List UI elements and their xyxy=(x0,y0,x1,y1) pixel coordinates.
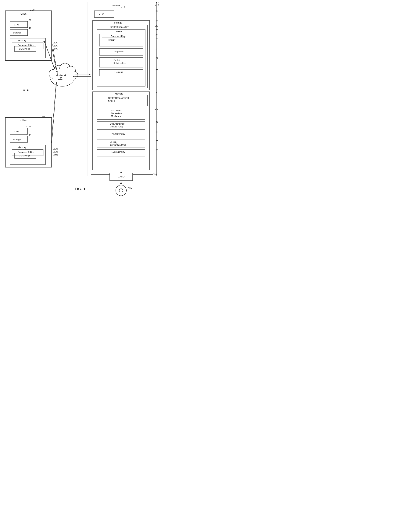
client-n-doc-editor: Document Editor xyxy=(18,151,34,154)
svg-text:DASD: DASD xyxy=(118,175,125,178)
svg-rect-23 xyxy=(93,92,149,170)
svg-rect-16 xyxy=(95,25,148,88)
ref-140: 140 xyxy=(155,4,159,6)
ref-195: 195 xyxy=(128,187,132,189)
svg-line-40 xyxy=(52,46,57,73)
ref-160: 160 xyxy=(155,48,158,51)
client-a-cpu: CPU xyxy=(14,23,19,26)
ref-178: 178 xyxy=(155,139,158,142)
client-n-memory: Memory xyxy=(18,146,26,149)
ref-155: 155 xyxy=(155,37,158,40)
ref-154: 154 xyxy=(155,33,158,36)
svg-point-56 xyxy=(119,189,123,192)
ref-112a: 112A xyxy=(26,19,31,22)
ref-174: 174 xyxy=(155,121,158,123)
diagram: 100 110A 112A 114A 120A 122A 124A Client… xyxy=(0,0,160,192)
ref-120a: 120A xyxy=(53,41,57,44)
ref-152: 152 xyxy=(155,24,158,27)
ref-122n: 122N xyxy=(53,151,58,153)
server-content-repo: Content Repository xyxy=(110,26,129,28)
ellipsis-dots: • • xyxy=(23,87,29,93)
ref-124n: 124N xyxy=(53,154,58,156)
client-n-label: Client xyxy=(21,119,27,122)
ref-162: 162 xyxy=(155,57,158,60)
client-n-storage: Storage xyxy=(13,138,21,141)
ref-180: 180 xyxy=(155,149,158,152)
ref-150: 150 xyxy=(155,20,158,23)
server-elements: Elements xyxy=(115,71,123,73)
ref-190: 190 xyxy=(153,173,157,176)
server-cms: Content ManagementSystem xyxy=(108,97,129,102)
server-doc-map-update: Document MapUpdate Policy xyxy=(110,123,124,128)
server-sc-report: S.C. ReportGenerationMechanism xyxy=(111,109,122,118)
server-properties: Properties xyxy=(114,50,124,53)
server-viability-policy: Viability Policy xyxy=(111,133,125,135)
ref-172: 172 xyxy=(155,108,158,110)
ref-110a: 110A xyxy=(30,8,35,11)
ref-122a: 122A xyxy=(53,45,57,47)
server-doc-maps: Document Maps xyxy=(111,35,126,38)
svg-rect-17 xyxy=(97,29,145,86)
svg-rect-1 xyxy=(5,11,52,61)
ref-176: 176 xyxy=(155,131,158,133)
ref-168: 168 xyxy=(155,69,158,72)
server-viability: Viability xyxy=(108,39,115,41)
ref-114n: 114N xyxy=(26,134,31,136)
server-ranking: Ranking Policy xyxy=(111,151,125,153)
network-ref: 130 xyxy=(58,77,62,80)
client-n-cms-plugin: CMS Plugin xyxy=(19,154,30,157)
server-content: Content xyxy=(115,30,122,33)
svg-line-49 xyxy=(52,82,57,141)
diagram-svg xyxy=(0,0,160,192)
server-label: Server xyxy=(112,4,120,7)
ref-112n: 112N xyxy=(26,126,31,128)
ref-120n: 120N xyxy=(53,148,58,150)
svg-point-35 xyxy=(70,71,78,79)
ref-153: 153 xyxy=(155,29,158,31)
server-storage: Storage xyxy=(114,21,122,24)
server-viability-gen: ViabilityGeneration Mech. xyxy=(110,141,127,146)
client-a-storage: Storage xyxy=(13,31,21,34)
client-a-memory: Memory xyxy=(18,39,26,42)
svg-point-34 xyxy=(66,66,76,76)
ref-110n: 110N xyxy=(40,115,45,118)
server-memory: Memory xyxy=(115,92,123,95)
svg-point-33 xyxy=(60,63,70,74)
network-label: Network xyxy=(57,74,66,77)
svg-rect-14 xyxy=(94,11,114,17)
svg-rect-7 xyxy=(5,117,52,167)
dasd-box: DASD xyxy=(109,173,133,182)
ref-114a: 114A xyxy=(26,27,31,30)
ref-124a: 124A xyxy=(53,47,57,50)
client-a-cms-plugin: CMS Plugin xyxy=(19,48,30,50)
fig-label: FIG. 1 xyxy=(75,187,86,191)
client-n-cpu: CPU xyxy=(14,130,19,133)
ref-142: 142 xyxy=(121,5,125,8)
client-a-doc-editor: Document Editor xyxy=(18,44,34,47)
server-explicit-rel: ExplicitRelationships xyxy=(113,59,126,65)
ref-144: 144 xyxy=(155,10,158,13)
svg-line-50 xyxy=(51,83,56,141)
server-cpu: CPU xyxy=(99,12,104,15)
disk-icon xyxy=(115,184,127,197)
client-a-label: Client xyxy=(21,12,27,15)
ref-170: 170 xyxy=(155,91,158,94)
